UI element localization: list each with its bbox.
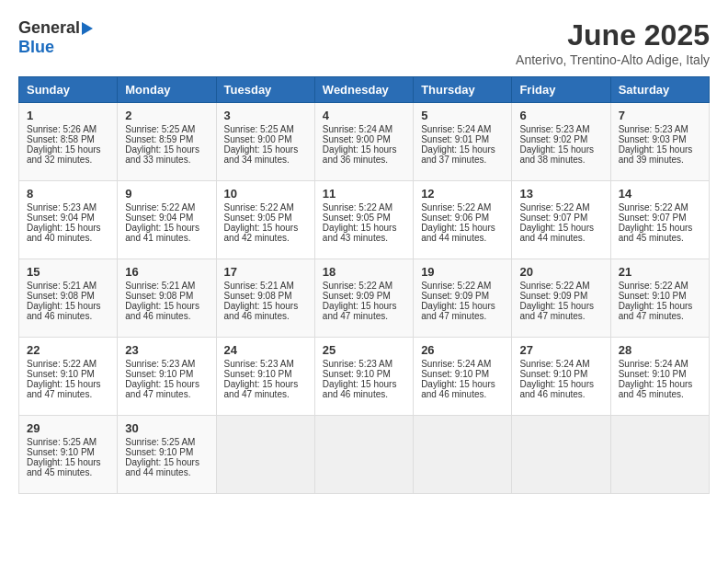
day-number: 13 — [519, 187, 602, 201]
daylight-text: Daylight: 15 hours and 39 minutes. — [619, 144, 701, 165]
calendar-title: June 2025 — [516, 18, 710, 52]
day-number: 12 — [421, 187, 504, 201]
sunrise-text: Sunrise: 5:25 AM — [27, 437, 109, 447]
calendar-subtitle: Anterivo, Trentino-Alto Adige, Italy — [516, 52, 710, 67]
table-row: 10Sunrise: 5:22 AMSunset: 9:05 PMDayligh… — [216, 181, 314, 259]
header-sunday: Sunday — [19, 77, 118, 103]
day-number: 5 — [421, 109, 504, 122]
daylight-text: Daylight: 15 hours and 37 minutes. — [421, 144, 504, 165]
sunset-text: Sunset: 9:10 PM — [224, 369, 307, 379]
header: General Blue June 2025 Anterivo, Trentin… — [18, 18, 710, 67]
day-number: 2 — [125, 109, 208, 122]
table-row: 1Sunrise: 5:26 AMSunset: 8:58 PMDaylight… — [19, 103, 118, 181]
daylight-text: Daylight: 15 hours and 40 minutes. — [27, 223, 109, 243]
sunset-text: Sunset: 9:09 PM — [323, 291, 405, 301]
sunset-text: Sunset: 9:10 PM — [27, 369, 109, 379]
daylight-text: Daylight: 15 hours and 44 minutes. — [519, 223, 602, 243]
header-tuesday: Tuesday — [216, 77, 314, 103]
table-row: 2Sunrise: 5:25 AMSunset: 8:59 PMDaylight… — [118, 103, 216, 181]
day-number: 26 — [421, 343, 504, 357]
sunset-text: Sunset: 9:08 PM — [27, 291, 109, 301]
daylight-text: Daylight: 15 hours and 47 minutes. — [27, 379, 109, 399]
daylight-text: Daylight: 15 hours and 46 minutes. — [125, 301, 208, 321]
table-row: 13Sunrise: 5:22 AMSunset: 9:07 PMDayligh… — [512, 181, 610, 259]
day-number: 7 — [619, 109, 701, 122]
sunrise-text: Sunrise: 5:21 AM — [224, 281, 307, 291]
sunrise-text: Sunrise: 5:22 AM — [619, 281, 701, 291]
table-row: 3Sunrise: 5:25 AMSunset: 9:00 PMDaylight… — [216, 103, 314, 181]
sunset-text: Sunset: 9:05 PM — [323, 213, 405, 223]
sunset-text: Sunset: 9:10 PM — [27, 447, 109, 457]
sunset-text: Sunset: 9:04 PM — [27, 213, 109, 223]
sunrise-text: Sunrise: 5:24 AM — [323, 124, 405, 134]
sunrise-text: Sunrise: 5:24 AM — [421, 124, 504, 134]
sunrise-text: Sunrise: 5:23 AM — [519, 124, 602, 134]
sunrise-text: Sunrise: 5:24 AM — [619, 359, 701, 369]
daylight-text: Daylight: 15 hours and 46 minutes. — [519, 379, 602, 399]
table-row: 17Sunrise: 5:21 AMSunset: 9:08 PMDayligh… — [216, 259, 314, 338]
table-row: 27Sunrise: 5:24 AMSunset: 9:10 PMDayligh… — [512, 338, 610, 416]
sunset-text: Sunset: 9:06 PM — [421, 213, 504, 223]
day-number: 3 — [224, 109, 307, 122]
daylight-text: Daylight: 15 hours and 47 minutes. — [125, 379, 208, 399]
table-row: 11Sunrise: 5:22 AMSunset: 9:05 PMDayligh… — [314, 181, 413, 259]
day-number: 17 — [224, 265, 307, 279]
day-number: 30 — [125, 421, 208, 435]
header-thursday: Thursday — [414, 77, 512, 103]
calendar-week-row: 8Sunrise: 5:23 AMSunset: 9:04 PMDaylight… — [19, 181, 710, 259]
sunset-text: Sunset: 9:10 PM — [519, 369, 602, 379]
daylight-text: Daylight: 15 hours and 46 minutes. — [421, 379, 504, 399]
daylight-text: Daylight: 15 hours and 47 minutes. — [224, 379, 307, 399]
day-number: 14 — [619, 187, 701, 201]
table-row: 23Sunrise: 5:23 AMSunset: 9:10 PMDayligh… — [118, 338, 216, 416]
logo-blue-text: Blue — [18, 38, 54, 56]
table-row: 19Sunrise: 5:22 AMSunset: 9:09 PMDayligh… — [414, 259, 512, 338]
daylight-text: Daylight: 15 hours and 38 minutes. — [519, 144, 602, 165]
sunset-text: Sunset: 9:10 PM — [421, 369, 504, 379]
sunrise-text: Sunrise: 5:23 AM — [619, 124, 701, 134]
daylight-text: Daylight: 15 hours and 47 minutes. — [619, 301, 701, 321]
sunrise-text: Sunrise: 5:21 AM — [125, 281, 208, 291]
daylight-text: Daylight: 15 hours and 46 minutes. — [224, 301, 307, 321]
table-row — [216, 416, 314, 494]
table-row: 26Sunrise: 5:24 AMSunset: 9:10 PMDayligh… — [414, 338, 512, 416]
sunset-text: Sunset: 9:01 PM — [421, 134, 504, 144]
table-row: 24Sunrise: 5:23 AMSunset: 9:10 PMDayligh… — [216, 338, 314, 416]
day-number: 24 — [224, 343, 307, 357]
calendar-header-row: Sunday Monday Tuesday Wednesday Thursday… — [19, 77, 710, 103]
table-row: 7Sunrise: 5:23 AMSunset: 9:03 PMDaylight… — [610, 103, 709, 181]
sunrise-text: Sunrise: 5:22 AM — [421, 202, 504, 213]
daylight-text: Daylight: 15 hours and 47 minutes. — [519, 301, 602, 321]
day-number: 27 — [519, 343, 602, 357]
sunset-text: Sunset: 9:10 PM — [323, 369, 405, 379]
calendar-body: 1Sunrise: 5:26 AMSunset: 8:58 PMDaylight… — [19, 103, 710, 494]
sunrise-text: Sunrise: 5:23 AM — [323, 359, 405, 369]
sunset-text: Sunset: 9:10 PM — [619, 369, 701, 379]
sunset-text: Sunset: 9:09 PM — [421, 291, 504, 301]
sunrise-text: Sunrise: 5:23 AM — [125, 359, 208, 369]
daylight-text: Daylight: 15 hours and 45 minutes. — [619, 223, 701, 243]
sunset-text: Sunset: 9:07 PM — [519, 213, 602, 223]
sunset-text: Sunset: 8:59 PM — [125, 134, 208, 144]
daylight-text: Daylight: 15 hours and 46 minutes. — [323, 379, 405, 399]
day-number: 18 — [323, 265, 405, 279]
table-row: 30Sunrise: 5:25 AMSunset: 9:10 PMDayligh… — [118, 416, 216, 494]
daylight-text: Daylight: 15 hours and 44 minutes. — [125, 457, 208, 477]
daylight-text: Daylight: 15 hours and 42 minutes. — [224, 223, 307, 243]
logo-general-text: General — [18, 18, 80, 38]
logo: General Blue — [18, 18, 95, 57]
sunset-text: Sunset: 9:10 PM — [125, 447, 208, 457]
calendar-week-row: 15Sunrise: 5:21 AMSunset: 9:08 PMDayligh… — [19, 259, 710, 338]
day-number: 10 — [224, 187, 307, 201]
table-row: 9Sunrise: 5:22 AMSunset: 9:04 PMDaylight… — [118, 181, 216, 259]
sunset-text: Sunset: 9:03 PM — [619, 134, 701, 144]
daylight-text: Daylight: 15 hours and 34 minutes. — [224, 144, 307, 165]
sunrise-text: Sunrise: 5:21 AM — [27, 281, 109, 291]
day-number: 20 — [519, 265, 602, 279]
table-row: 16Sunrise: 5:21 AMSunset: 9:08 PMDayligh… — [118, 259, 216, 338]
sunrise-text: Sunrise: 5:22 AM — [224, 202, 307, 213]
sunrise-text: Sunrise: 5:22 AM — [27, 359, 109, 369]
table-row — [610, 416, 709, 494]
daylight-text: Daylight: 15 hours and 33 minutes. — [125, 144, 208, 165]
table-row: 21Sunrise: 5:22 AMSunset: 9:10 PMDayligh… — [610, 259, 709, 338]
